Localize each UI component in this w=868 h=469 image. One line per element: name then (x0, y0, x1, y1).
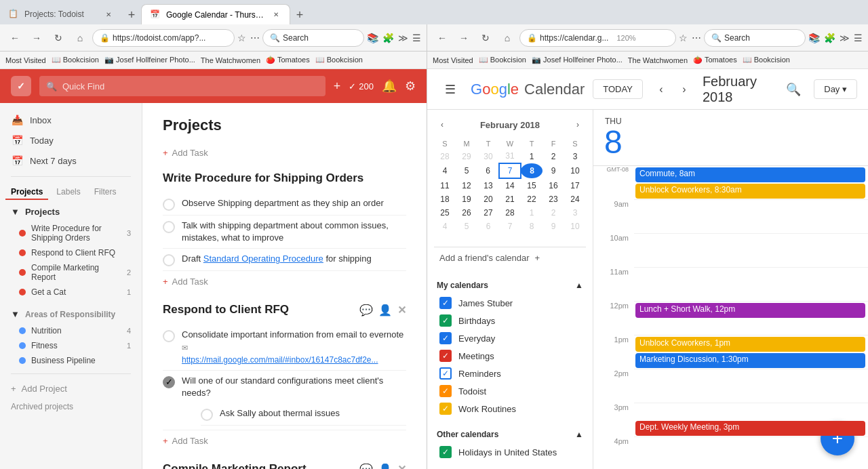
add-project-btn[interactable]: + Add Project (0, 380, 142, 398)
bookmark-mostvisited[interactable]: Most Visited (5, 56, 46, 64)
gcal-extensions-icon[interactable]: 🧩 (824, 33, 835, 43)
cal-day[interactable]: 17 (564, 178, 586, 192)
project-cat[interactable]: Get a Cat 1 (0, 285, 142, 300)
cal-day[interactable]: 4 (434, 220, 456, 233)
cal-day[interactable]: 22 (521, 192, 542, 206)
gcal-forward-button[interactable]: → (454, 28, 473, 47)
cal-day[interactable]: 27 (477, 206, 499, 220)
gcal-library-icon[interactable]: 📚 (808, 33, 820, 43)
cal-todoist[interactable]: ✓ Todoist (434, 382, 586, 400)
task-checkbox-1[interactable] (163, 199, 175, 211)
areas-section-header[interactable]: ▼ Areas of Responsibility (0, 305, 142, 323)
cal-day[interactable]: 9 (542, 220, 564, 233)
todoist-tab[interactable]: 📋 Projects: Todoist ✕ (0, 4, 122, 24)
project-marketing[interactable]: Compile Marketing Report 2 (0, 260, 142, 285)
bookmark-icon[interactable]: ☆ (237, 33, 246, 43)
event-marketing[interactable]: Marketing Discussion, 1:30pm (635, 353, 865, 368)
cal-day[interactable]: 4 (434, 163, 456, 178)
cal-day[interactable]: 28 (499, 206, 521, 220)
bookmark-bookcision2[interactable]: 📖 Bookcision (315, 56, 363, 64)
cal-james[interactable]: ✓ James Stuber (434, 294, 586, 312)
event-dept-meeting[interactable]: Dept. Weekly Meeting, 3pm (635, 421, 865, 436)
cal-day[interactable]: 1 (521, 149, 542, 163)
gcal-bookmark-icon[interactable]: ☆ (679, 33, 688, 43)
gcal-overflow-icon[interactable]: ≫ (840, 33, 850, 43)
cal-birthdays[interactable]: ✓ Birthdays (434, 312, 586, 329)
day-scroll[interactable]: GMT-08 9am 10am 11am 12pm 1pm 2pm 3pm 4p… (593, 166, 868, 469)
event-unblock-am[interactable]: Unblock Coworkers, 8:30am (635, 184, 865, 199)
library-icon[interactable]: 📚 (367, 33, 378, 43)
cal-day[interactable]: 3 (564, 206, 586, 220)
gcal-search-button[interactable]: 🔍 (781, 77, 806, 102)
cal-day[interactable]: 7 (499, 220, 521, 233)
person-add-icon-2[interactable]: 👤 (378, 463, 392, 469)
project-fitness[interactable]: Fitness 1 (0, 338, 142, 353)
tab-projects[interactable]: Projects (5, 185, 48, 200)
gcal-today-button[interactable]: TODAY (593, 79, 643, 99)
project-client-rfq[interactable]: Respond to Client RFQ (0, 245, 142, 260)
close-section-icon[interactable]: ✕ (397, 304, 406, 317)
sidebar-item-next7[interactable]: 📅 Next 7 days (0, 150, 142, 171)
cal-day[interactable]: 5 (456, 220, 477, 233)
cal-day[interactable]: 14 (499, 178, 521, 192)
gcal-next-btn[interactable]: › (674, 79, 694, 100)
other-calendars-header[interactable]: Other calendars ▲ (434, 426, 586, 443)
mini-cal-next[interactable]: › (570, 117, 586, 133)
cal-day[interactable]: 25 (434, 206, 456, 220)
menu-icon[interactable]: ⋯ (250, 33, 260, 43)
cal-day[interactable]: 30 (477, 149, 499, 163)
gcal-bookmark-bookcision[interactable]: 📖 Bookcision (479, 56, 526, 64)
close-section-icon-2[interactable]: ✕ (397, 463, 406, 469)
sidebar-item-today[interactable]: 📅 Today (0, 130, 142, 150)
chat-icon[interactable]: 💬 (359, 304, 373, 317)
cal-day[interactable]: 8 (521, 220, 542, 233)
subtask-checkbox-1[interactable] (201, 409, 213, 421)
gcal-tab[interactable]: 📅 Google Calendar - Thursday, Febr... ✕ (141, 4, 290, 24)
cal-day[interactable]: 29 (456, 149, 477, 163)
cal-everyday[interactable]: ✓ Everyday (434, 329, 586, 347)
cal-day[interactable]: 15 (521, 178, 542, 192)
extensions-icon[interactable]: 🧩 (382, 33, 394, 43)
archived-projects-link[interactable]: Archived projects (0, 398, 142, 415)
cal-day[interactable]: 9 (542, 163, 564, 178)
bookmark-tomatoes[interactable]: 🍅 Tomatoes (266, 56, 310, 64)
cal-day[interactable]: 1 (521, 206, 542, 220)
cal-holidays[interactable]: ✓ Holidays in United States (434, 443, 586, 461)
cal-day[interactable]: 10 (564, 163, 586, 178)
home-button[interactable]: ⌂ (71, 28, 90, 47)
cal-day[interactable]: 16 (542, 178, 564, 192)
event-commute-am[interactable]: Commute, 8am (635, 167, 865, 182)
tab-filters[interactable]: Filters (89, 185, 122, 200)
todoist-logo[interactable]: ✓ (11, 76, 31, 96)
bookmark-watchwomen[interactable]: The Watchwomen (201, 56, 260, 64)
add-task-top[interactable]: + Add Task (163, 148, 406, 158)
person-add-icon[interactable]: 👤 (378, 304, 392, 317)
sidebar-toggle[interactable]: ☰ (412, 33, 421, 43)
my-calendars-header[interactable]: My calendars ▲ (434, 277, 586, 294)
cal-day-7[interactable]: 7 (499, 163, 521, 178)
gcal-bookmark-josef[interactable]: 📷 Josef Hollfeiner Photo... (532, 56, 623, 64)
cal-day[interactable]: 19 (456, 192, 477, 206)
cal-day[interactable]: 12 (456, 178, 477, 192)
cal-work-routines[interactable]: ✓ Work Routines (434, 400, 586, 417)
cal-day[interactable]: 20 (477, 192, 499, 206)
cal-day-today[interactable]: 8 (521, 163, 542, 178)
task-checkbox-2[interactable] (163, 221, 175, 233)
gcal-tab-close[interactable]: ✕ (271, 9, 281, 20)
bell-icon[interactable]: 🔔 (382, 79, 397, 94)
new-tab-button[interactable]: + (122, 5, 141, 24)
gcal-back-button[interactable]: ← (433, 28, 452, 47)
project-nutrition[interactable]: Nutrition 4 (0, 323, 142, 338)
gcal-reload-button[interactable]: ↻ (476, 28, 495, 47)
back-button[interactable]: ← (5, 28, 24, 47)
sidebar-item-inbox[interactable]: 📥 Inbox (0, 110, 142, 130)
add-task-shipping[interactable]: + Add Task (163, 277, 406, 287)
gcal-hamburger-btn[interactable]: ☰ (438, 77, 462, 102)
cal-day[interactable]: 2 (542, 206, 564, 220)
cal-day[interactable]: 28 (434, 149, 456, 163)
cal-day[interactable]: 10 (564, 220, 586, 233)
add-friend-calendar[interactable]: Add a friend's calendar + (434, 247, 586, 268)
gcal-bookmark-mostvisited[interactable]: Most Visited (433, 56, 473, 64)
gcal-view-selector[interactable]: Day ▾ (814, 79, 857, 99)
cal-day[interactable]: 31 (499, 149, 521, 163)
